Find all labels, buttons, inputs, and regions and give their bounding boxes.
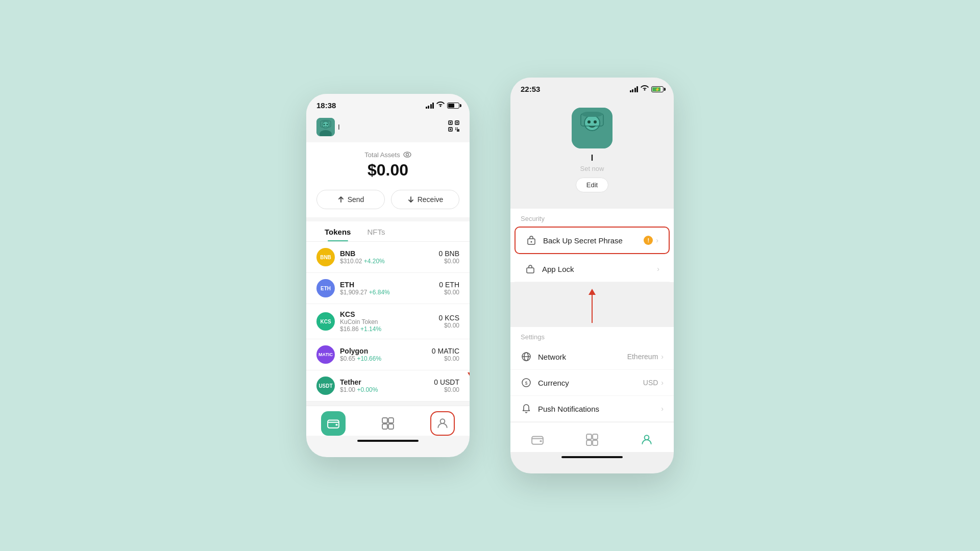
home-indicator-right [561,456,623,458]
total-assets-label: Total Assets [316,151,459,159]
svg-rect-7 [322,120,330,122]
currency-value: USD [643,379,658,387]
bottom-nav-right [510,422,674,452]
backup-icon [526,235,537,246]
down-arrow-annotation [468,337,470,379]
push-chevron: › [661,405,664,413]
svg-rect-29 [582,112,602,117]
network-item[interactable]: Network Ethereum › [510,344,674,370]
svg-rect-20 [382,424,387,429]
svg-rect-19 [388,418,394,423]
network-value: Ethereum [627,353,658,361]
usdt-balance: 0 USDT $0.00 [434,378,459,393]
profile-section: I Set now Edit [510,97,674,205]
svg-rect-41 [586,440,592,445]
action-buttons: Send Receive [306,190,470,217]
push-notifications-item[interactable]: Push Notifications › [510,396,674,422]
eye-icon[interactable] [403,151,411,159]
settings-section: Settings Network Ethereum › [510,327,674,422]
eth-icon: ETH [316,279,335,297]
token-item-bnb[interactable]: BNB BNB $310.02 +4.20% 0 BNB $0.00 [306,242,470,273]
bnb-info: BNB $310.02 +4.20% [340,249,439,265]
receive-button[interactable]: Receive [391,190,459,209]
apps-icon-right [586,434,598,446]
applock-label: App Lock [542,265,657,273]
profile-nav-icon [436,417,449,430]
wifi-icon-right [641,85,649,93]
svg-point-26 [587,120,591,123]
token-item-kcs[interactable]: KCS KCS KuCoin Token $16.86 +1.14% 0 KCS [306,304,470,339]
signal-icon-right [630,86,639,92]
wallet-header: I [306,114,470,142]
currency-chevron: › [661,379,664,387]
kcs-balance: 0 KCS $0.00 [439,314,459,329]
tabs-row: Tokens NFTs [306,221,470,242]
svg-rect-38 [540,440,542,442]
warning-badge: ! [644,236,653,245]
total-amount: $0.00 [316,161,459,180]
security-section: Security Back Up Secret Phrase ! › [510,209,674,282]
svg-rect-40 [593,434,598,439]
send-button[interactable]: Send [316,190,385,209]
currency-icon: $ [521,377,532,388]
status-icons-right: ⚡ [630,85,664,93]
usdt-icon: USDT [316,377,335,395]
svg-text:$: $ [525,381,527,386]
push-label: Push Notifications [538,405,661,413]
svg-point-31 [531,241,532,243]
svg-rect-39 [586,434,592,439]
applock-icon [525,263,536,274]
bnb-icon: BNB [316,248,335,266]
currency-item[interactable]: $ Currency USD › [510,370,674,396]
network-label: Network [538,353,627,361]
nav-profile-left[interactable] [430,411,455,436]
total-assets-section: Total Assets $0.00 [306,142,470,190]
svg-point-4 [324,124,325,126]
svg-rect-16 [328,420,339,428]
svg-point-43 [644,435,649,440]
token-item-usdt[interactable]: USDT Tether $1.00 +0.00% 0 USDT $0.00 [306,370,470,402]
profile-name: I [591,154,593,163]
nav-wallet[interactable] [321,411,346,436]
backup-chevron: › [656,236,658,244]
security-label: Security [510,209,674,226]
apps-nav-icon [382,417,394,430]
nav-apps-right[interactable] [580,428,604,452]
network-chevron: › [661,353,664,361]
backup-secret-phrase-item[interactable]: Back Up Secret Phrase ! › [514,227,670,254]
tab-tokens[interactable]: Tokens [316,221,359,241]
eth-info: ETH $1,909.27 +6.84% [340,281,439,296]
svg-point-15 [406,154,408,156]
svg-point-22 [440,419,445,423]
nav-profile-right[interactable] [634,428,659,452]
matic-icon: MATIC [316,345,335,364]
svg-rect-13 [450,129,451,130]
status-bar-left: 18:38 [306,94,470,114]
applock-chevron: › [657,265,659,273]
token-list: BNB BNB $310.02 +4.20% 0 BNB $0.00 [306,242,470,402]
svg-rect-17 [336,424,338,425]
svg-point-25 [585,116,599,130]
svg-rect-12 [456,122,458,123]
nav-apps[interactable] [376,411,400,436]
phone-left: 18:38 [306,94,470,457]
status-icons-left [426,102,460,109]
user-avatar-row[interactable]: I [316,118,340,136]
app-lock-item[interactable]: App Lock › [514,256,670,282]
token-item-matic[interactable]: MATIC Polygon $0.65 +10.66% 0 MATIC $0.0… [306,339,470,370]
backup-item-wrapper: Back Up Secret Phrase ! › [510,226,674,256]
edit-button[interactable]: Edit [576,178,608,192]
avatar-large [572,108,612,148]
user-name-left: I [338,123,340,131]
avatar-small [316,118,335,136]
svg-rect-37 [532,436,543,444]
currency-label: Currency [538,379,643,387]
kcs-icon: KCS [316,312,335,331]
battery-charging-icon: ⚡ [651,86,664,92]
tab-nfts[interactable]: NFTs [359,221,393,241]
receive-icon [407,196,414,203]
token-item-eth[interactable]: ETH ETH $1,909.27 +6.84% 0 ETH $0.00 [306,273,470,304]
nav-wallet-right[interactable] [525,428,550,452]
svg-point-14 [404,152,411,157]
scan-icon[interactable] [448,120,459,134]
